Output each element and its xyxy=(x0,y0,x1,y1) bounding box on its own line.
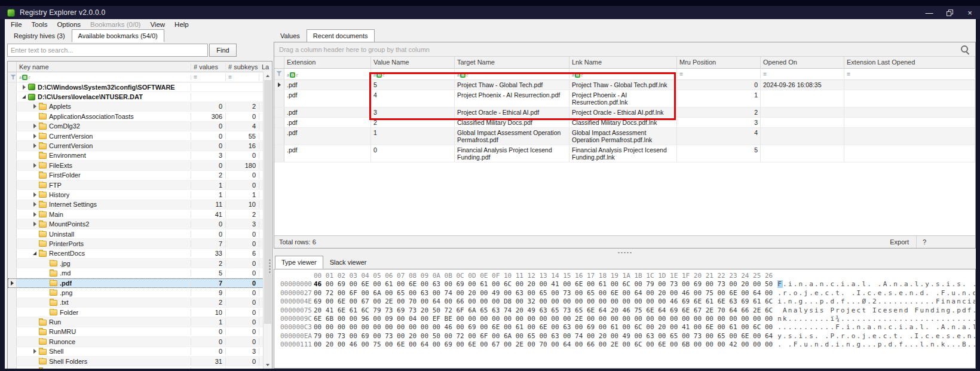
grid-column-extension-last-opened[interactable]: Extension Last Opened xyxy=(844,57,975,68)
text-filter-abc-icon[interactable]: aBc xyxy=(373,72,385,78)
menu-item-help[interactable]: Help xyxy=(170,20,194,29)
hex-row[interactable]: 0000000046 00 69 00 6E 00 61 00 6E 00 63… xyxy=(274,280,975,289)
table-row[interactable]: .pdf4Project Phoenix - AI Resurrection.p… xyxy=(274,90,975,108)
key-name-filter-cell[interactable]: aBc xyxy=(17,75,191,80)
horizontal-splitter[interactable] xyxy=(274,249,976,256)
tree-row[interactable]: CurrentVersion016 xyxy=(8,141,272,151)
tree-column-last-write[interactable]: La xyxy=(259,63,272,70)
lnk-name-filter-cell[interactable]: aBc xyxy=(569,69,677,79)
tree-row[interactable]: RecentDocs336 xyxy=(8,249,272,259)
table-row[interactable]: .pdf1Global Impact Assessment Operation … xyxy=(274,128,975,145)
tree-row[interactable]: Run10 xyxy=(8,317,272,327)
collapsed-expander-icon[interactable] xyxy=(31,202,38,207)
tree-row[interactable]: MountPoints203 xyxy=(8,219,272,229)
collapsed-expander-icon[interactable] xyxy=(31,192,38,197)
tree-row[interactable]: Main412 xyxy=(8,210,272,219)
restore-button[interactable] xyxy=(939,6,960,19)
expanded-expander-icon[interactable] xyxy=(20,95,27,99)
menu-item-view[interactable]: View xyxy=(145,20,170,29)
target-name-filter-cell[interactable]: aBc xyxy=(455,69,569,79)
value-name-filter-cell[interactable]: aBc xyxy=(371,69,455,79)
find-button[interactable]: Find xyxy=(209,44,237,57)
filter-funnel-icon[interactable] xyxy=(277,71,282,76)
tree-row[interactable]: FTP10 xyxy=(8,180,272,190)
tree-row[interactable]: .jpg20 xyxy=(8,259,272,268)
help-button[interactable]: ? xyxy=(917,238,932,246)
collapsed-expander-icon[interactable] xyxy=(31,143,38,148)
hex-row[interactable]: 0000011100 20 00 46 00 75 00 6E 00 64 00… xyxy=(274,341,975,349)
tab-values[interactable]: Values xyxy=(274,29,307,42)
search-icon[interactable] xyxy=(961,45,968,53)
tree-row[interactable]: D:\C\Windows\System32\config\SOFTWARE xyxy=(8,82,272,92)
tree-row[interactable]: RunMRU00 xyxy=(8,327,272,337)
tree-row[interactable]: Shell03 xyxy=(8,347,272,357)
menu-item-bookmarks-0-0[interactable]: Bookmarks (0/0) xyxy=(85,20,145,29)
tree-row[interactable]: CurrentVersion055 xyxy=(8,131,272,141)
table-row[interactable]: .pdf2Classified Military Docs.pdfClassif… xyxy=(274,118,975,128)
menu-item-file[interactable]: File xyxy=(6,20,27,29)
table-row[interactable]: .pdf3Project Oracle - Ethical AI.pdfProj… xyxy=(274,108,975,118)
tree-row[interactable]: FileExts0180 xyxy=(8,161,272,170)
tree-row[interactable]: D:\C\Users\lovelace\NTUSER.DAT xyxy=(8,92,272,102)
grid-column-mru-position[interactable]: Mru Position xyxy=(677,57,761,68)
collapsed-expander-icon[interactable] xyxy=(31,124,38,128)
tab-registry-hives-3[interactable]: Registry hives (3) xyxy=(7,29,72,42)
tree-row[interactable]: .png90 xyxy=(8,288,272,298)
tree-row[interactable]: Taskband51 xyxy=(8,366,272,369)
hex-row[interactable]: 000000EA79 00 73 00 69 00 73 00 20 00 50… xyxy=(274,332,975,341)
scroll-up-icon[interactable] xyxy=(264,72,271,79)
tab-slack-viewer[interactable]: Slack viewer xyxy=(323,256,373,269)
tree-row[interactable]: .txt20 xyxy=(8,298,272,308)
grid-filter-row[interactable]: aBcaBcaBcaBc=== xyxy=(274,69,975,80)
hex-row[interactable]: 0000009C6E 6B 00 00 96 00 09 00 04 00 EF… xyxy=(274,315,975,323)
values-filter-cell[interactable]: = xyxy=(191,73,226,81)
tree-row[interactable]: Runonce00 xyxy=(8,337,272,347)
tree-row[interactable]: PrinterPorts70 xyxy=(8,239,272,249)
tree-row[interactable]: Applets02 xyxy=(8,102,272,112)
tab-recent-documents[interactable]: Recent documents xyxy=(307,29,375,42)
hex-row[interactable]: 0000002700 72 00 6F 00 6A 00 65 00 63 00… xyxy=(274,289,975,298)
minimize-button[interactable]: — xyxy=(919,6,939,19)
group-by-bar[interactable]: Drag a column header here to group by th… xyxy=(274,42,975,57)
scroll-down-icon[interactable] xyxy=(264,361,271,369)
tree-row[interactable]: .md50 xyxy=(8,268,272,278)
collapsed-expander-icon[interactable] xyxy=(31,222,38,226)
text-filter-abc-icon[interactable]: aBc xyxy=(19,75,30,80)
tree-row[interactable]: FirstFolder20 xyxy=(8,171,272,180)
tree-row[interactable]: Shell Folders310 xyxy=(8,357,272,366)
tree-row[interactable]: .pdf70 xyxy=(8,278,272,288)
tree-row[interactable]: ApplicationAssociationToasts3060 xyxy=(8,112,272,121)
extension-last-opened-filter-cell[interactable]: = xyxy=(844,69,975,79)
collapsed-expander-icon[interactable] xyxy=(31,212,38,217)
tree-filter-row[interactable]: aBc== xyxy=(8,72,272,82)
tree-row[interactable]: Folder100 xyxy=(8,308,272,317)
collapsed-expander-icon[interactable] xyxy=(31,104,38,109)
menu-item-options[interactable]: Options xyxy=(52,20,85,29)
table-row[interactable]: .pdf5Project Thaw - Global Tech.pdfProje… xyxy=(274,80,975,90)
grid-column-lnk-name[interactable]: Lnk Name xyxy=(569,57,677,68)
panel-grip-icon[interactable] xyxy=(268,259,271,274)
collapsed-expander-icon[interactable] xyxy=(20,85,27,90)
tree-column-subkeys[interactable]: # subkeys xyxy=(226,63,259,70)
collapsed-expander-icon[interactable] xyxy=(31,163,38,168)
title-bar[interactable]: Registry Explorer v2.0.0.0 — × xyxy=(0,6,980,19)
grid-column-opened-on[interactable]: Opened On xyxy=(761,57,844,68)
tab-type-viewer[interactable]: Type viewer xyxy=(275,256,323,269)
expanded-expander-icon[interactable] xyxy=(31,252,38,255)
mru-position-filter-cell[interactable]: = xyxy=(677,69,761,79)
grid-column-target-name[interactable]: Target Name xyxy=(455,57,569,68)
text-filter-abc-icon[interactable]: aBc xyxy=(572,72,583,78)
tree-row[interactable]: History11 xyxy=(8,190,272,200)
tree-row[interactable]: Uninstall00 xyxy=(8,229,272,239)
tree-row[interactable]: Environment30 xyxy=(8,151,272,161)
menu-item-tools[interactable]: Tools xyxy=(27,20,53,29)
text-filter-abc-icon[interactable]: aBc xyxy=(457,72,468,78)
hex-row[interactable]: 0000004E69 00 6E 00 67 00 2E 00 70 00 64… xyxy=(274,298,975,306)
close-button[interactable]: × xyxy=(960,6,980,19)
grid-column-extension[interactable]: Extension xyxy=(284,57,371,68)
search-input[interactable] xyxy=(7,44,208,57)
tree-column-key-name[interactable]: Key name xyxy=(17,63,191,70)
collapsed-expander-icon[interactable] xyxy=(31,134,38,139)
tree-vertical-scrollbar[interactable] xyxy=(263,72,272,369)
subkeys-filter-cell[interactable]: = xyxy=(226,73,259,81)
